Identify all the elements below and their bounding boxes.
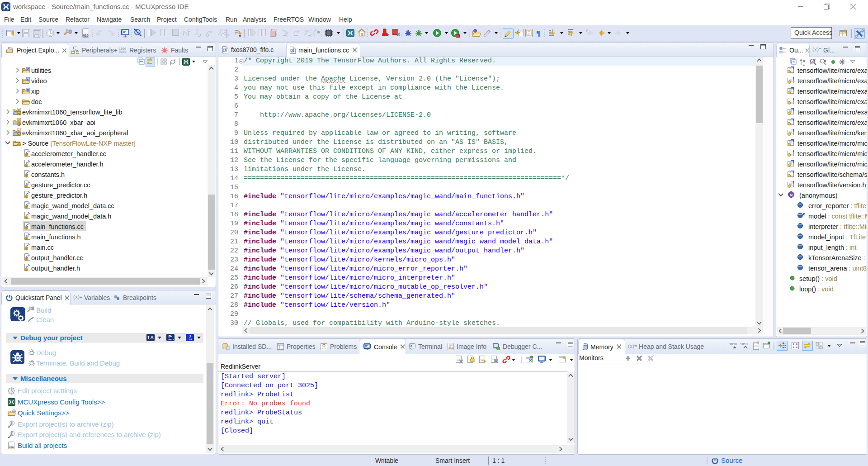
svg-text:.c: .c [223, 49, 226, 52]
svg-text:s: s [824, 59, 826, 63]
svg-text:010: 010 [448, 347, 453, 350]
svg-text:P·: P· [169, 334, 173, 339]
svg-text:010: 010 [83, 34, 89, 37]
svg-text:1010: 1010 [729, 342, 737, 346]
svg-text:N: N [790, 193, 793, 197]
svg-text:.c: .c [290, 49, 294, 52]
svg-text:LS: LS [147, 335, 153, 340]
svg-text:Link: Link [188, 338, 192, 341]
svg-text:Quick Access: Quick Access [794, 29, 832, 36]
svg-text:¶: ¶ [536, 29, 540, 38]
svg-text:1010: 1010 [119, 48, 126, 51]
svg-text:010: 010 [9, 446, 14, 449]
svg-text:1010: 1010 [740, 342, 748, 346]
svg-text:0101: 0101 [119, 51, 126, 53]
